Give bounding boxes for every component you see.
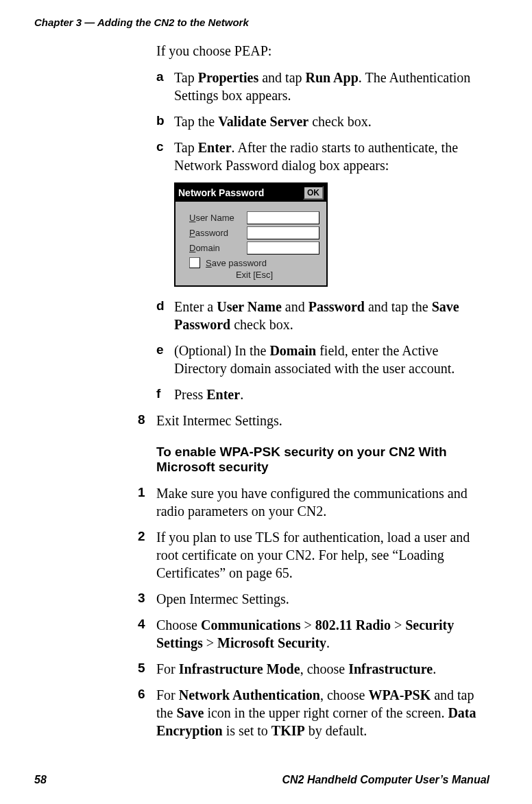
- list-text-a: Tap Properties and tap Run App. The Auth…: [174, 69, 489, 104]
- list-marker-8: 8: [138, 412, 156, 429]
- page-number: 58: [34, 774, 47, 786]
- save-password-label: Save password: [206, 258, 267, 268]
- list-marker-e: e: [156, 342, 174, 377]
- dialog-title: Network Password: [178, 187, 264, 198]
- ok-button[interactable]: OK: [303, 186, 324, 200]
- list-marker-4: 4: [138, 616, 156, 652]
- list-marker-f: f: [156, 386, 174, 403]
- list-marker-2: 2: [138, 528, 156, 582]
- list-marker-b: b: [156, 113, 174, 130]
- domain-input[interactable]: [247, 241, 319, 255]
- list-text-8: Exit Intermec Settings.: [156, 412, 489, 429]
- list-marker-a: a: [156, 69, 174, 104]
- exit-label: Exit [Esc]: [189, 270, 319, 280]
- list-marker-1: 1: [138, 484, 156, 520]
- list-text-f: Press Enter.: [174, 386, 489, 403]
- user-name-input[interactable]: [247, 211, 319, 224]
- chapter-header: Chapter 3 — Adding the CN2 to the Networ…: [34, 16, 489, 28]
- list-text-2: If you plan to use TLS for authenticatio…: [156, 528, 489, 582]
- list-marker-3: 3: [138, 590, 156, 608]
- list-text-4: Choose Communications > 802.11 Radio > S…: [156, 616, 489, 652]
- list-text-3: Open Intermec Settings.: [156, 590, 489, 608]
- password-label: Password: [189, 228, 247, 238]
- list-marker-5: 5: [138, 660, 156, 678]
- list-text-d: Enter a User Name and Password and tap t…: [174, 298, 489, 333]
- list-text-e: (Optional) In the Domain field, enter th…: [174, 342, 489, 377]
- list-marker-d: d: [156, 298, 174, 333]
- section-title: To enable WPA-PSK security on your CN2 W…: [156, 445, 489, 475]
- domain-label: Domain: [189, 243, 247, 253]
- list-marker-c: c: [156, 139, 174, 174]
- user-name-label: User Name: [189, 213, 247, 223]
- manual-title: CN2 Handheld Computer User’s Manual: [282, 774, 489, 786]
- list-text-6: For Network Authentication, choose WPA-P…: [156, 686, 489, 740]
- network-password-dialog: Network Password OK User Name Password D…: [174, 182, 328, 287]
- save-password-checkbox[interactable]: [189, 257, 200, 268]
- list-text-b: Tap the Validate Server check box.: [174, 113, 489, 130]
- list-text-5: For Infrastructure Mode, choose Infrastr…: [156, 660, 489, 678]
- peap-intro: If you choose PEAP:: [156, 43, 489, 59]
- list-text-c: Tap Enter. After the radio starts to aut…: [174, 139, 489, 174]
- list-marker-6: 6: [138, 686, 156, 740]
- password-input[interactable]: [247, 226, 319, 239]
- list-text-1: Make sure you have configured the commun…: [156, 484, 489, 520]
